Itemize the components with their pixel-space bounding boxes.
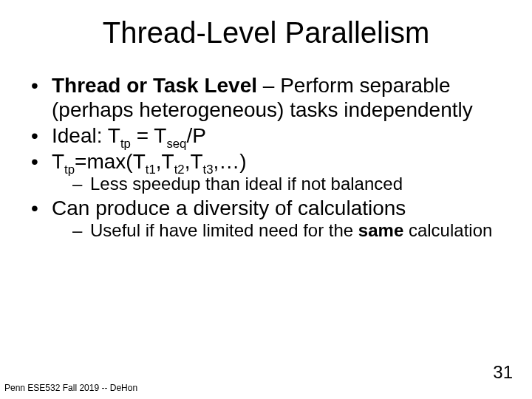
b4-sub-strong: same bbox=[358, 220, 403, 240]
b4-sub-pre: Useful if have limited need for the bbox=[90, 220, 358, 240]
b2-pre: Ideal: T bbox=[52, 124, 120, 147]
b3-m2: ,T bbox=[156, 150, 174, 173]
b2-post: /P bbox=[186, 124, 205, 147]
bullet-item-4: Can produce a diversity of calculations … bbox=[31, 196, 501, 241]
bullet-item-3: Ttp=max(Tt1,Tt2,Tt3,…) Less speedup than… bbox=[31, 149, 501, 194]
slide-body: Thread or Task Level – Perform separable… bbox=[0, 50, 532, 242]
sub-item-3-1: Less speedup than ideal if not balanced bbox=[72, 174, 501, 194]
b2-sub1: tp bbox=[120, 137, 131, 151]
b2-mid: = T bbox=[131, 124, 167, 147]
page-number: 31 bbox=[493, 362, 513, 383]
slide-title: Thread-Level Parallelism bbox=[0, 0, 532, 50]
b2-sub2: seq bbox=[166, 137, 186, 151]
bullet-item-1: Thread or Task Level – Perform separable… bbox=[31, 73, 501, 122]
b3-m4: ,…) bbox=[214, 150, 247, 173]
slide: Thread-Level Parallelism Thread or Task … bbox=[0, 0, 532, 399]
b4-sub-post: calculation bbox=[403, 220, 492, 240]
b3-m1: =max(T bbox=[75, 150, 146, 173]
bullet-list: Thread or Task Level – Perform separable… bbox=[31, 73, 501, 242]
bullet-1-strong: Thread or Task Level bbox=[52, 74, 257, 97]
b3-pre: T bbox=[52, 150, 64, 173]
footer-text: Penn ESE532 Fall 2019 -- DeHon bbox=[4, 383, 137, 393]
b3-m3: ,T bbox=[185, 150, 203, 173]
sub-list-4: Useful if have limited need for the same… bbox=[52, 220, 501, 241]
bullet-item-2: Ideal: Ttp = Tseq/P bbox=[31, 123, 501, 148]
b4-text: Can produce a diversity of calculations bbox=[52, 197, 406, 219]
sub-item-4-1: Useful if have limited need for the same… bbox=[72, 220, 501, 241]
sub-list-3: Less speedup than ideal if not balanced bbox=[52, 174, 501, 194]
